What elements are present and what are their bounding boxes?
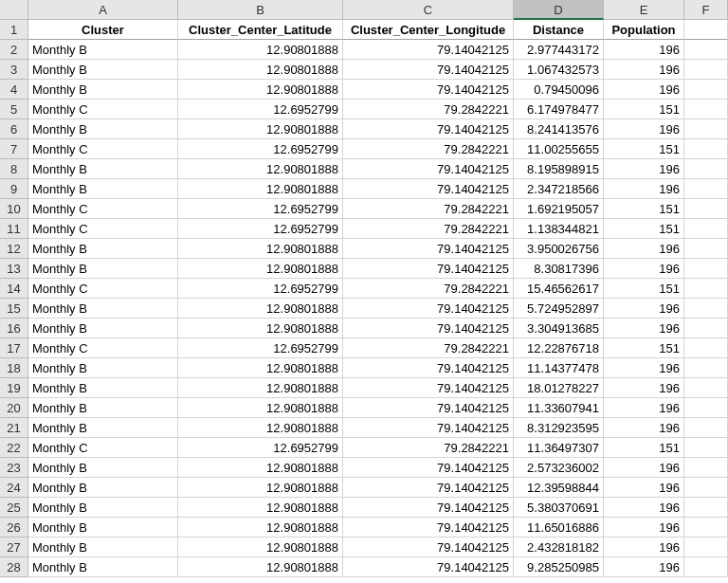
- cell-D20[interactable]: 11.33607941: [514, 398, 604, 418]
- cell-E7[interactable]: 151: [604, 139, 684, 159]
- cell-A17[interactable]: Monthly C: [28, 338, 178, 358]
- cell-D7[interactable]: 11.00255655: [514, 139, 604, 159]
- cell-A18[interactable]: Monthly B: [28, 358, 178, 378]
- cell-C6[interactable]: 79.14042125: [343, 119, 514, 139]
- cell-B11[interactable]: 12.6952799: [178, 219, 343, 239]
- cell-E8[interactable]: 196: [604, 159, 684, 179]
- cell-A15[interactable]: Monthly B: [28, 299, 178, 319]
- cell-B21[interactable]: 12.90801888: [178, 418, 343, 438]
- cell-F3[interactable]: [684, 60, 728, 80]
- cell-C28[interactable]: 79.14042125: [343, 557, 514, 577]
- row-header-8[interactable]: 8: [0, 159, 28, 179]
- cell-C24[interactable]: 79.14042125: [343, 478, 514, 498]
- cell-A21[interactable]: Monthly B: [28, 418, 178, 438]
- cell-E26[interactable]: 196: [604, 518, 684, 537]
- row-header-1[interactable]: 1: [0, 20, 28, 40]
- cell-D1[interactable]: Distance: [514, 20, 604, 40]
- cell-B5[interactable]: 12.6952799: [178, 100, 343, 119]
- cell-C12[interactable]: 79.14042125: [343, 239, 514, 259]
- row-header-7[interactable]: 7: [0, 139, 28, 159]
- cell-B1[interactable]: Cluster_Center_Latitude: [178, 20, 343, 40]
- cell-A24[interactable]: Monthly B: [28, 478, 178, 498]
- row-header-21[interactable]: 21: [0, 418, 28, 438]
- cell-A5[interactable]: Monthly C: [28, 100, 178, 119]
- cell-C25[interactable]: 79.14042125: [343, 498, 514, 518]
- cell-C19[interactable]: 79.14042125: [343, 378, 514, 398]
- cell-B8[interactable]: 12.90801888: [178, 159, 343, 179]
- cell-B2[interactable]: 12.90801888: [178, 40, 343, 60]
- row-header-9[interactable]: 9: [0, 179, 28, 199]
- cell-F14[interactable]: [684, 279, 728, 299]
- cell-E25[interactable]: 196: [604, 498, 684, 518]
- cell-D2[interactable]: 2.977443172: [514, 40, 604, 60]
- cell-A7[interactable]: Monthly C: [28, 139, 178, 159]
- cell-A1[interactable]: Cluster: [28, 20, 178, 40]
- cell-A11[interactable]: Monthly C: [28, 219, 178, 239]
- cell-C26[interactable]: 79.14042125: [343, 518, 514, 537]
- cell-F16[interactable]: [684, 319, 728, 338]
- row-header-27[interactable]: 27: [0, 537, 28, 557]
- cell-A28[interactable]: Monthly B: [28, 557, 178, 577]
- cell-C16[interactable]: 79.14042125: [343, 319, 514, 338]
- row-header-28[interactable]: 28: [0, 557, 28, 577]
- cell-B28[interactable]: 12.90801888: [178, 557, 343, 577]
- cell-C15[interactable]: 79.14042125: [343, 299, 514, 319]
- cell-A3[interactable]: Monthly B: [28, 60, 178, 80]
- cell-E21[interactable]: 196: [604, 418, 684, 438]
- row-header-2[interactable]: 2: [0, 40, 28, 60]
- cell-B6[interactable]: 12.90801888: [178, 119, 343, 139]
- cell-E13[interactable]: 196: [604, 259, 684, 279]
- cell-B12[interactable]: 12.90801888: [178, 239, 343, 259]
- cell-E18[interactable]: 196: [604, 358, 684, 378]
- cell-C3[interactable]: 79.14042125: [343, 60, 514, 80]
- cell-E3[interactable]: 196: [604, 60, 684, 80]
- cell-F27[interactable]: [684, 537, 728, 557]
- cell-D23[interactable]: 2.573236002: [514, 458, 604, 478]
- row-header-23[interactable]: 23: [0, 458, 28, 478]
- cell-C23[interactable]: 79.14042125: [343, 458, 514, 478]
- cell-F19[interactable]: [684, 378, 728, 398]
- cell-D4[interactable]: 0.79450096: [514, 80, 604, 100]
- cell-F25[interactable]: [684, 498, 728, 518]
- cell-A6[interactable]: Monthly B: [28, 119, 178, 139]
- row-header-5[interactable]: 5: [0, 100, 28, 119]
- row-header-4[interactable]: 4: [0, 80, 28, 100]
- cell-F12[interactable]: [684, 239, 728, 259]
- cell-F22[interactable]: [684, 438, 728, 458]
- cell-D25[interactable]: 5.380370691: [514, 498, 604, 518]
- cell-E17[interactable]: 151: [604, 338, 684, 358]
- cell-C11[interactable]: 79.2842221: [343, 219, 514, 239]
- cell-C5[interactable]: 79.2842221: [343, 100, 514, 119]
- cell-F18[interactable]: [684, 358, 728, 378]
- cell-F20[interactable]: [684, 398, 728, 418]
- cell-B16[interactable]: 12.90801888: [178, 319, 343, 338]
- cell-B27[interactable]: 12.90801888: [178, 537, 343, 557]
- cell-D11[interactable]: 1.138344821: [514, 219, 604, 239]
- cell-A25[interactable]: Monthly B: [28, 498, 178, 518]
- cell-B4[interactable]: 12.90801888: [178, 80, 343, 100]
- cell-D17[interactable]: 12.22876718: [514, 338, 604, 358]
- cell-D18[interactable]: 11.14377478: [514, 358, 604, 378]
- row-header-12[interactable]: 12: [0, 239, 28, 259]
- cell-D28[interactable]: 9.285250985: [514, 557, 604, 577]
- cell-D12[interactable]: 3.950026756: [514, 239, 604, 259]
- cell-A12[interactable]: Monthly B: [28, 239, 178, 259]
- cell-C22[interactable]: 79.2842221: [343, 438, 514, 458]
- cell-E10[interactable]: 151: [604, 199, 684, 219]
- row-header-13[interactable]: 13: [0, 259, 28, 279]
- cell-C2[interactable]: 79.14042125: [343, 40, 514, 60]
- cell-A14[interactable]: Monthly C: [28, 279, 178, 299]
- cell-E22[interactable]: 151: [604, 438, 684, 458]
- col-header-C[interactable]: C: [343, 0, 514, 20]
- cell-D15[interactable]: 5.724952897: [514, 299, 604, 319]
- cell-A27[interactable]: Monthly B: [28, 537, 178, 557]
- cell-E6[interactable]: 196: [604, 119, 684, 139]
- row-header-24[interactable]: 24: [0, 478, 28, 498]
- cell-F8[interactable]: [684, 159, 728, 179]
- row-header-14[interactable]: 14: [0, 279, 28, 299]
- cell-D16[interactable]: 3.304913685: [514, 319, 604, 338]
- cell-E1[interactable]: Population: [604, 20, 684, 40]
- cell-F9[interactable]: [684, 179, 728, 199]
- cell-B23[interactable]: 12.90801888: [178, 458, 343, 478]
- cell-A16[interactable]: Monthly B: [28, 319, 178, 338]
